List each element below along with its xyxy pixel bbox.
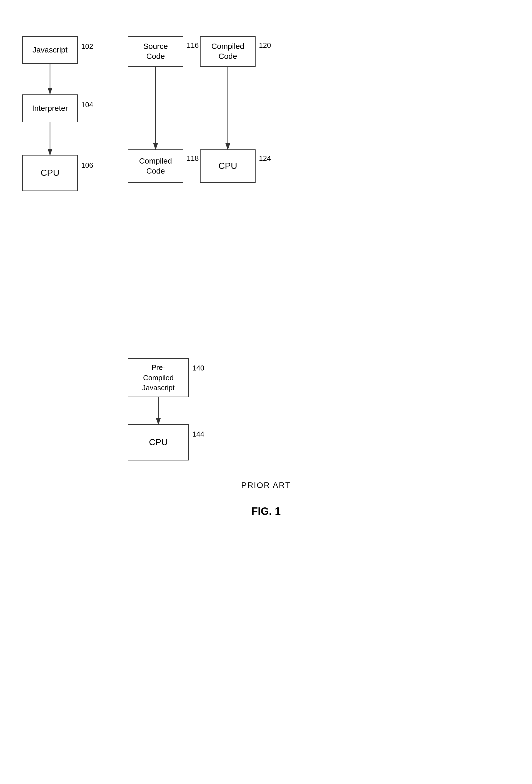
cpu-box-144: CPU — [128, 424, 189, 460]
javascript-box: Javascript — [22, 36, 78, 64]
ref-104: 104 — [81, 101, 93, 109]
ref-118: 118 — [187, 154, 199, 163]
interpreter-box: Interpreter — [22, 94, 78, 122]
prior-art-label: PRIOR ART — [0, 480, 532, 490]
source-code-label: SourceCode — [143, 41, 168, 62]
cpu-label-1: CPU — [40, 167, 59, 179]
cpu-label-144: CPU — [149, 437, 168, 448]
cpu-label-124: CPU — [218, 160, 237, 172]
ref-124: 124 — [259, 154, 271, 163]
cpu-box-124: CPU — [200, 149, 256, 183]
precompiled-box: Pre-CompiledJavascript — [128, 358, 189, 397]
ref-116: 116 — [187, 41, 199, 50]
cpu-box-1: CPU — [22, 155, 78, 191]
precompiled-label: Pre-CompiledJavascript — [142, 362, 174, 393]
arrows-svg — [0, 0, 532, 784]
compiled-code-120-label: CompiledCode — [212, 41, 244, 62]
ref-140: 140 — [192, 364, 204, 372]
javascript-label: Javascript — [32, 45, 67, 55]
interpreter-label: Interpreter — [32, 103, 68, 113]
page: Javascript 102 Interpreter 104 CPU 106 S… — [0, 0, 532, 784]
ref-144: 144 — [192, 430, 204, 439]
ref-102: 102 — [81, 42, 93, 51]
ref-120: 120 — [259, 41, 271, 50]
compiled-code-118-box: CompiledCode — [128, 149, 184, 183]
fig-label: FIG. 1 — [0, 505, 532, 517]
ref-106: 106 — [81, 161, 93, 170]
compiled-code-118-label: CompiledCode — [139, 156, 172, 176]
compiled-code-120-box: CompiledCode — [200, 36, 256, 67]
source-code-box: SourceCode — [128, 36, 184, 67]
